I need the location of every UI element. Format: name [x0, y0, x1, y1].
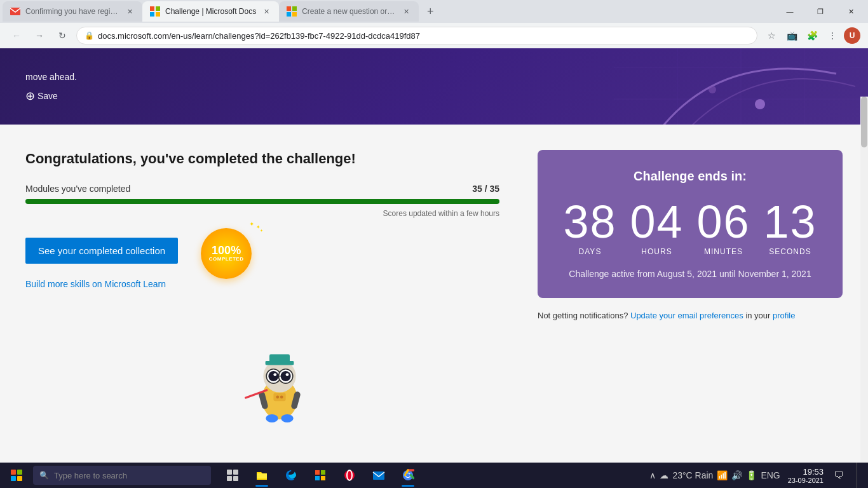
hours-number: 04 [630, 199, 683, 245]
active-indicator [255, 485, 268, 487]
weather-text: 23°C Rain [672, 470, 713, 480]
task-view-button[interactable] [219, 463, 247, 488]
save-link[interactable]: ⊕ Save [25, 89, 77, 103]
hero-section: move ahead. ⊕ Save [0, 48, 868, 125]
svg-rect-32 [315, 470, 320, 475]
notification-icon: 🗨 [834, 470, 844, 481]
taskbar-app-icons [219, 463, 422, 488]
countdown-dates: Challenge active from August 5, 2021 unt… [557, 269, 824, 279]
battery-icon[interactable]: 🔋 [746, 470, 757, 480]
tab1-close[interactable]: ✕ [125, 6, 135, 17]
hours-unit: 04 HOURS [630, 199, 683, 256]
start-button[interactable] [3, 463, 31, 488]
congrats-title: Congratulations, you've completed the ch… [25, 150, 499, 168]
refresh-button[interactable]: ↻ [53, 27, 71, 44]
notif-middle-text: in your [745, 311, 770, 320]
ms-docs-icon [150, 6, 160, 17]
profile-link[interactable]: profile [773, 311, 795, 320]
maximize-button[interactable]: ❐ [806, 1, 835, 22]
modules-row: Modules you've completed 35 / 35 [25, 184, 499, 194]
tab-ms-docs[interactable]: Challenge | Microsoft Docs ✕ [142, 1, 279, 22]
svg-point-24 [281, 414, 293, 423]
taskbar: 🔍 Type here to search [0, 463, 868, 488]
modules-label: Modules you've completed [25, 184, 130, 194]
countdown-numbers: 38 DAYS 04 HOURS 06 MINUTES 13 SECONDS [557, 199, 824, 256]
countdown-title: Challenge ends in: [557, 169, 824, 184]
svg-rect-35 [321, 476, 325, 480]
close-button[interactable]: ✕ [836, 1, 865, 22]
show-desktop-button[interactable] [857, 463, 860, 488]
scores-note: Scores updated within a few hours [25, 209, 499, 218]
mascot-area [216, 333, 343, 437]
notification-button[interactable]: 🗨 [826, 463, 851, 488]
email-prefs-link[interactable]: Update your email preferences [630, 311, 743, 320]
tab3-close[interactable]: ✕ [401, 6, 411, 17]
date-display: 23-09-2021 [788, 477, 824, 484]
microsoft-store-button[interactable] [306, 463, 334, 488]
windows-logo [11, 470, 22, 481]
mail-button[interactable] [365, 463, 393, 488]
address-bar: ← → ↻ 🔒 docs.microsoft.com/en-us/learn/c… [0, 23, 868, 48]
new-tab-button[interactable]: + [421, 3, 439, 20]
tab2-title: Challenge | Microsoft Docs [165, 7, 256, 16]
days-label: DAYS [563, 247, 616, 256]
cast-button[interactable]: 📺 [783, 27, 801, 44]
page-content: move ahead. ⊕ Save Congratulations, you'… [0, 48, 868, 463]
tab-create[interactable]: Create a new question or start a ✕ [279, 1, 419, 22]
svg-point-2 [709, 86, 716, 93]
forward-button[interactable]: → [31, 27, 48, 44]
notif-text: Not getting notifications? [538, 311, 628, 320]
svg-point-14 [268, 371, 278, 381]
svg-rect-28 [227, 470, 232, 475]
bookmark-button[interactable]: ☆ [763, 27, 780, 44]
see-collection-button[interactable]: See your completed collection [25, 238, 178, 264]
taskbar-search-icon: 🔍 [39, 471, 49, 480]
chrome-button[interactable] [394, 463, 422, 488]
tray-icons: ∧ ☁ 23°C Rain 📶 🔊 🔋 ENG [649, 470, 780, 480]
svg-rect-0 [10, 8, 20, 15]
file-explorer-button[interactable] [248, 463, 276, 488]
main-content: Congratulations, you've completed the ch… [0, 125, 868, 333]
clock[interactable]: 19:53 23-09-2021 [788, 467, 824, 484]
badge-star1: ✦ [249, 220, 254, 227]
build-skills-link[interactable]: Build more skills on Microsoft Learn [25, 279, 499, 289]
minutes-label: MINUTES [696, 247, 750, 256]
scrollbar[interactable] [860, 97, 868, 463]
profile-avatar[interactable]: U [844, 27, 860, 44]
ms-create-icon [287, 6, 297, 17]
url-bar[interactable]: 🔒 docs.microsoft.com/en-us/learn/challen… [76, 27, 757, 44]
extensions-button[interactable]: 🧩 [803, 27, 821, 44]
opera-button[interactable] [336, 463, 363, 488]
tray-expand-icon[interactable]: ∧ [649, 470, 656, 480]
volume-icon[interactable]: 🔊 [731, 470, 742, 480]
system-tray: ∧ ☁ 23°C Rain 📶 🔊 🔋 ENG 19:53 23-09-2021… [649, 463, 865, 488]
tab3-title: Create a new question or start a [302, 7, 396, 16]
edge-browser-button[interactable] [277, 463, 305, 488]
network-icon[interactable]: 📶 [717, 470, 728, 480]
svg-point-16 [273, 373, 276, 376]
tab-gmail[interactable]: Confirming you have registered ✕ [3, 1, 142, 22]
svg-rect-30 [227, 476, 232, 481]
time-display: 19:53 [788, 467, 824, 477]
svg-point-17 [286, 373, 289, 376]
progress-bar-background [25, 199, 499, 204]
scrollbar-thumb[interactable] [861, 97, 867, 147]
menu-button[interactable]: ⋮ [824, 27, 841, 44]
svg-rect-31 [233, 476, 238, 481]
notifications-row: Not getting notifications? Update your e… [538, 311, 843, 320]
back-button[interactable]: ← [8, 27, 25, 44]
svg-point-23 [266, 414, 278, 423]
svg-point-36 [344, 470, 355, 480]
svg-point-15 [281, 371, 291, 381]
hours-label: HOURS [630, 247, 683, 256]
save-label: Save [37, 91, 58, 101]
days-unit: 38 DAYS [563, 199, 616, 256]
tab2-close[interactable]: ✕ [261, 6, 271, 17]
seconds-label: SECONDS [763, 247, 817, 256]
weather-icon: ☁ [660, 470, 668, 480]
left-actions: See your completed collection 100% COMPL… [25, 233, 499, 279]
seconds-number: 13 [763, 199, 817, 245]
taskbar-search[interactable]: 🔍 Type here to search [33, 466, 211, 485]
url-text: docs.microsoft.com/en-us/learn/challenge… [98, 31, 749, 41]
minimize-button[interactable]: — [775, 1, 804, 22]
